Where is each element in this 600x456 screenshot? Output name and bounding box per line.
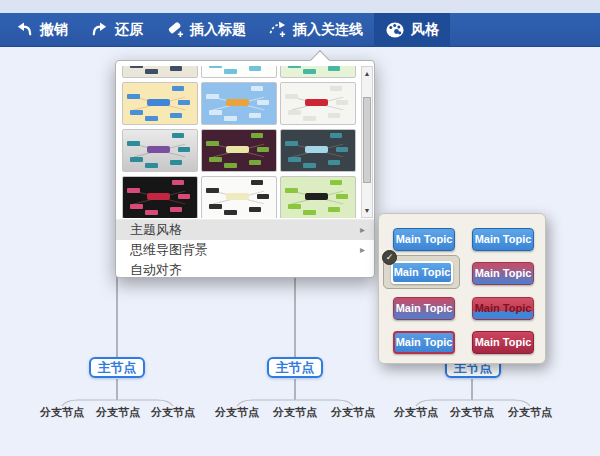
main-topic-style-option[interactable]: Main Topic bbox=[393, 228, 455, 251]
thumbnail-center-node bbox=[147, 193, 169, 200]
thumbnail-branch-node bbox=[288, 110, 301, 115]
theme-thumbnail-list bbox=[122, 66, 358, 218]
thumbnail-branch-node bbox=[249, 113, 262, 118]
thumbnail-branch-node bbox=[178, 194, 191, 199]
thumbnail-branch-node bbox=[178, 100, 191, 105]
thumbnail-branch-node bbox=[251, 86, 264, 91]
theme-thumbnail[interactable] bbox=[122, 82, 198, 125]
main-topic-style-option[interactable]: Main Topic bbox=[393, 331, 455, 354]
thumbnail-center-node bbox=[226, 146, 248, 153]
theme-thumbnail[interactable] bbox=[201, 82, 277, 125]
main-topic-style-option[interactable]: Main Topic bbox=[472, 331, 534, 354]
main-topic-style-option[interactable]: Main Topic bbox=[393, 297, 455, 320]
thumbnail-branch-node bbox=[130, 66, 143, 68]
undo-button[interactable]: 撤销 bbox=[4, 13, 79, 47]
menu-item-label: 主题风格 bbox=[130, 222, 182, 237]
main-topic-style-option-selected[interactable]: Main Topic bbox=[391, 261, 453, 284]
thumbnail-branch-node bbox=[170, 113, 183, 118]
main-topic-style-option[interactable]: Main Topic bbox=[472, 228, 534, 251]
thumbnail-center-node bbox=[305, 99, 327, 106]
insert-title-icon bbox=[165, 20, 184, 39]
theme-thumbnail[interactable] bbox=[201, 176, 277, 218]
style-menu: 主题风格 ▸ 思维导图背景 ▸ 自动对齐 bbox=[116, 219, 374, 280]
menu-item-label: 自动对齐 bbox=[130, 262, 182, 277]
insert-connector-icon bbox=[268, 20, 287, 39]
thumbnail-branch-node bbox=[288, 204, 301, 209]
thumbnail-branch-node bbox=[127, 94, 140, 99]
thumbnail-branch-node bbox=[330, 180, 343, 185]
menu-item-theme-style[interactable]: 主题风格 ▸ bbox=[116, 220, 374, 240]
thumbnail-center-node bbox=[147, 99, 169, 106]
thumbnail-branch-node bbox=[178, 147, 191, 152]
branch-node[interactable]: 分支节点 bbox=[392, 405, 440, 420]
scroll-up-icon[interactable]: ▲ bbox=[362, 67, 372, 80]
insert-title-label: 插入标题 bbox=[190, 21, 246, 39]
redo-button[interactable]: 还原 bbox=[79, 13, 154, 47]
palette-icon bbox=[385, 20, 405, 40]
theme-scrollbar[interactable]: ▲ ▼ bbox=[361, 66, 373, 218]
thumbnail-center-node bbox=[305, 193, 327, 200]
branch-node[interactable]: 分支节点 bbox=[271, 405, 319, 420]
menu-item-mindmap-background[interactable]: 思维导图背景 ▸ bbox=[116, 240, 374, 260]
theme-thumbnail[interactable] bbox=[280, 129, 356, 172]
redo-label: 还原 bbox=[115, 21, 143, 39]
theme-thumbnail[interactable] bbox=[122, 176, 198, 218]
theme-thumbnail[interactable] bbox=[122, 66, 198, 78]
style-button[interactable]: 风格 bbox=[374, 13, 450, 47]
thumbnail-center-node bbox=[147, 146, 169, 153]
branch-node[interactable]: 分支节点 bbox=[149, 405, 197, 420]
thumbnail-branch-node bbox=[328, 160, 341, 165]
thumbnail-branch-node bbox=[224, 116, 237, 121]
theme-thumbnail[interactable] bbox=[201, 66, 277, 78]
branch-node[interactable]: 分支节点 bbox=[448, 405, 496, 420]
thumbnail-branch-node bbox=[285, 94, 298, 99]
theme-thumbnail[interactable] bbox=[280, 176, 356, 218]
thumbnail-branch-node bbox=[251, 180, 264, 185]
thumbnail-branch-node bbox=[285, 188, 298, 193]
thumbnail-branch-node bbox=[330, 86, 343, 91]
thumbnail-branch-node bbox=[285, 141, 298, 146]
theme-thumbnail[interactable] bbox=[280, 66, 356, 78]
thumbnail-branch-node bbox=[170, 160, 183, 165]
scroll-down-icon[interactable]: ▼ bbox=[362, 204, 372, 217]
thumbnail-branch-node bbox=[172, 180, 185, 185]
menu-item-auto-align[interactable]: 自动对齐 bbox=[116, 260, 374, 280]
thumbnail-branch-node bbox=[249, 66, 262, 71]
theme-thumbnail[interactable] bbox=[122, 129, 198, 172]
thumbnail-branch-node bbox=[303, 210, 316, 215]
thumbnail-branch-node bbox=[145, 69, 158, 74]
branch-node[interactable]: 分支节点 bbox=[213, 405, 261, 420]
thumbnail-branch-node bbox=[224, 69, 237, 74]
thumbnail-branch-node bbox=[336, 147, 349, 152]
main-node[interactable]: 主节点 bbox=[89, 357, 145, 378]
thumbnail-branch-node bbox=[288, 66, 301, 68]
thumbnail-center-node bbox=[226, 193, 248, 200]
thumbnail-branch-node bbox=[172, 133, 185, 138]
thumbnail-branch-node bbox=[130, 157, 143, 162]
thumbnail-branch-node bbox=[170, 207, 183, 212]
theme-thumbnail[interactable] bbox=[201, 129, 277, 172]
scrollbar-thumb[interactable] bbox=[363, 97, 371, 183]
insert-connector-button[interactable]: 插入关连线 bbox=[257, 13, 374, 47]
main-topic-style-option[interactable]: Main Topic bbox=[472, 262, 534, 285]
thumbnail-branch-node bbox=[127, 141, 140, 146]
thumbnail-branch-node bbox=[249, 207, 262, 212]
main-node[interactable]: 主节点 bbox=[267, 357, 323, 378]
branch-node[interactable]: 分支节点 bbox=[94, 405, 142, 420]
thumbnail-branch-node bbox=[328, 207, 341, 212]
main-topic-style-option[interactable]: Main Topic bbox=[472, 297, 534, 320]
mindmap-canvas[interactable]: 主节点 主节点 主节点 分支节点 分支节点 分支节点 分支节点 分支节点 分支节… bbox=[0, 48, 600, 456]
branch-node[interactable]: 分支节点 bbox=[329, 405, 377, 420]
thumbnail-branch-node bbox=[145, 210, 158, 215]
thumbnail-branch-node bbox=[328, 113, 341, 118]
checkmark-badge: ✓ bbox=[382, 250, 397, 265]
theme-thumbnail[interactable] bbox=[280, 82, 356, 125]
thumbnail-branch-node bbox=[328, 66, 341, 71]
thumbnail-branch-node bbox=[145, 116, 158, 121]
branch-node[interactable]: 分支节点 bbox=[38, 405, 86, 420]
style-label: 风格 bbox=[411, 21, 439, 39]
insert-title-button[interactable]: 插入标题 bbox=[154, 13, 257, 47]
mindmap-app-window: 撤销 还原 插入标题 插入关连线 风格 bbox=[0, 0, 600, 456]
branch-node[interactable]: 分支节点 bbox=[506, 405, 554, 420]
thumbnail-branch-node bbox=[257, 100, 270, 105]
